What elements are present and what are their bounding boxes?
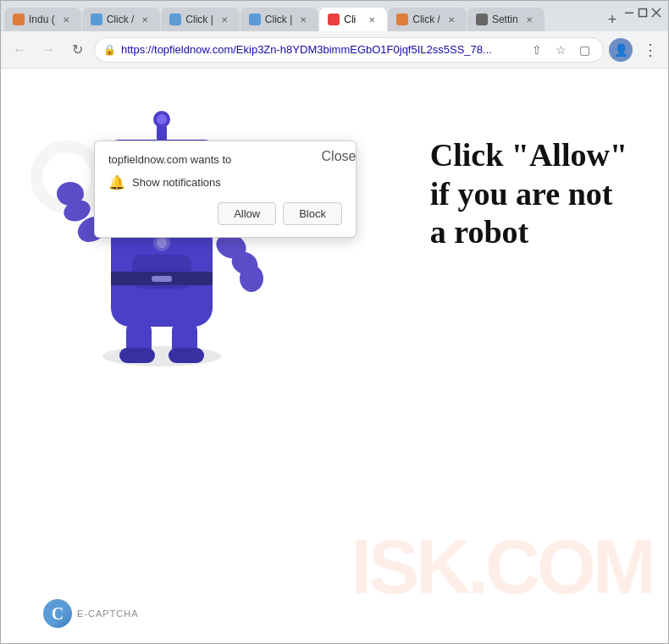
- tab-close-tab1[interactable]: ✕: [59, 13, 73, 26]
- ecaptcha-branding: C E-CAPTCHA: [43, 599, 139, 628]
- svg-point-12: [240, 265, 263, 292]
- tab-close-tab5[interactable]: ✕: [365, 13, 379, 26]
- url-box[interactable]: 🔒 https://topfieldnow.com/Ekip3Zn-h8YDM3…: [94, 37, 604, 63]
- window-controls: [624, 1, 665, 18]
- tab-favicon-tab4: [249, 14, 261, 25]
- svg-rect-0: [625, 13, 633, 14]
- tab-favicon-tab6: [396, 14, 408, 25]
- tab-tab5[interactable]: Cli✕: [319, 8, 387, 31]
- popup-title: topfieldnow.com wants to: [108, 153, 342, 166]
- block-button[interactable]: Block: [283, 202, 342, 225]
- svg-point-9: [57, 182, 84, 206]
- ecaptcha-logo: C: [43, 599, 72, 628]
- addressbar: ← → ↻ 🔒 https://topfieldnow.com/Ekip3Zn-…: [1, 31, 668, 69]
- tab-tab6[interactable]: Click /✕: [388, 8, 467, 31]
- tab-title-tab7: Settin: [492, 14, 518, 25]
- tab-title-tab4: Click |: [265, 14, 292, 25]
- svg-rect-16: [152, 276, 172, 282]
- tab-close-tab4[interactable]: ✕: [296, 13, 310, 26]
- back-button[interactable]: ←: [8, 38, 31, 62]
- browser-content: ISK.COM: [1, 69, 669, 644]
- ecaptcha-label: E-CAPTCHA: [77, 608, 139, 619]
- profile-button[interactable]: 👤: [609, 38, 633, 62]
- popup-notification-text: Show notifications: [132, 176, 221, 189]
- tab-close-tab2[interactable]: ✕: [138, 13, 152, 26]
- tab-tab4[interactable]: Click |✕: [241, 8, 318, 31]
- tab-tab3[interactable]: Click |✕: [161, 8, 239, 31]
- lock-icon: 🔒: [103, 44, 116, 56]
- close-button[interactable]: [651, 8, 661, 18]
- popup-notification-row: 🔔 Show notifications: [108, 174, 342, 190]
- minimize-button[interactable]: [624, 8, 634, 18]
- popup-close-button[interactable]: Close: [330, 148, 347, 165]
- svg-rect-1: [639, 9, 647, 17]
- svg-rect-22: [169, 348, 204, 363]
- bookmark-button[interactable]: ☆: [550, 40, 571, 60]
- site-watermark: ISK.COM: [351, 524, 653, 611]
- popup-buttons: Allow Block: [108, 202, 342, 225]
- tab-title-tab5: Cli: [344, 14, 361, 25]
- tab-close-tab7[interactable]: ✕: [522, 13, 536, 26]
- tab-tab2[interactable]: Click /✕: [82, 8, 161, 31]
- tab-title-tab6: Click /: [412, 14, 440, 25]
- maximize-button[interactable]: [638, 8, 648, 18]
- tab-close-tab3[interactable]: ✕: [218, 13, 231, 26]
- robot-illustration: [35, 85, 297, 407]
- share-button[interactable]: ⇧: [527, 40, 547, 60]
- tab-tab1[interactable]: Indu (✕: [4, 8, 81, 31]
- extensions-button[interactable]: ▢: [574, 40, 594, 60]
- bell-icon: 🔔: [108, 174, 125, 190]
- tab-favicon-tab3: [169, 14, 181, 25]
- tab-title-tab1: Indu (: [29, 14, 55, 25]
- tab-title-tab3: Click |: [185, 14, 213, 25]
- svg-point-34: [157, 114, 167, 124]
- new-tab-button[interactable]: +: [600, 8, 624, 31]
- tab-favicon-tab1: [13, 14, 25, 25]
- svg-point-18: [157, 238, 167, 248]
- tabs-area: Indu (✕Click /✕Click |✕Click |✕Cli✕Click…: [4, 1, 597, 31]
- tab-title-tab2: Click /: [107, 14, 135, 25]
- titlebar: Indu (✕Click /✕Click |✕Click |✕Cli✕Click…: [1, 1, 668, 31]
- forward-button[interactable]: →: [36, 38, 60, 62]
- tab-favicon-tab2: [91, 14, 102, 25]
- tab-close-tab6[interactable]: ✕: [445, 13, 458, 26]
- menu-button[interactable]: ⋮: [638, 38, 661, 62]
- svg-rect-21: [119, 348, 155, 363]
- notification-popup: Close topfieldnow.com wants to 🔔 Show no…: [94, 140, 357, 238]
- cta-text: Click "Allow" if you are not a robot: [430, 136, 628, 252]
- url-text: https://topfieldnow.com/Ekip3Zn-h8YDM3bi…: [121, 43, 522, 56]
- tab-favicon-tab7: [476, 14, 488, 25]
- allow-button[interactable]: Allow: [218, 202, 276, 225]
- url-actions: ⇧ ☆ ▢: [527, 40, 594, 60]
- tab-tab7[interactable]: Settin✕: [467, 8, 545, 31]
- reload-button[interactable]: ↻: [65, 38, 89, 62]
- tab-favicon-tab5: [328, 14, 340, 25]
